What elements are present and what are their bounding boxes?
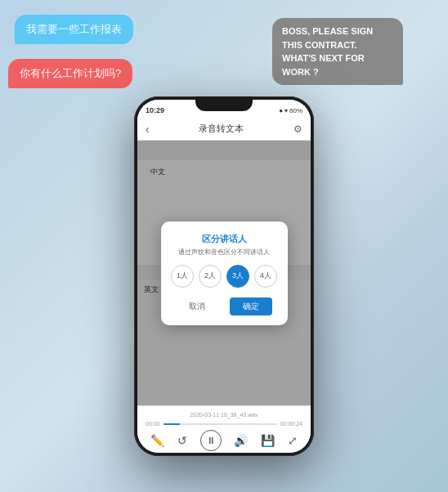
replay-icon[interactable]: ↺ <box>177 434 187 447</box>
volume-icon[interactable]: 🔊 <box>234 434 248 447</box>
phone-screen: 10:29 ● ▾ 60% ‹ 录音转文本 ⚙ 中文 英文 <box>137 100 311 453</box>
option-1person[interactable]: 1人 <box>171 265 194 288</box>
save-icon[interactable]: 💾 <box>261 434 275 447</box>
back-button[interactable]: ‹ <box>146 123 150 136</box>
progress-fill <box>164 423 181 425</box>
status-time: 10:29 <box>146 106 164 114</box>
file-info: 2020-03-11 10_38_43.wav <box>137 406 311 419</box>
nav-bar: ‹ 录音转文本 ⚙ <box>137 118 311 141</box>
playback-controls: ✏️ ↺ ⏸ 🔊 💾 ⤢ <box>137 428 311 453</box>
edit-icon[interactable]: ✏️ <box>150 434 164 447</box>
dialog-overlay: 区分讲话人 通过声纹和音色区分不同讲话人 1人 2人 3人 4人 取消 确定 <box>137 141 311 405</box>
expand-icon[interactable]: ⤢ <box>288 434 298 447</box>
dialog-title: 区分讲话人 <box>171 233 278 245</box>
status-icons: ● ▾ 60% <box>279 107 302 114</box>
cancel-button[interactable]: 取消 <box>176 297 218 315</box>
progress-bar[interactable] <box>164 423 277 425</box>
option-3person[interactable]: 3人 <box>226 265 249 288</box>
nav-title: 录音转文本 <box>199 123 244 135</box>
speaker-options: 1人 2人 3人 4人 <box>171 265 278 288</box>
bottom-controls: 2020-03-11 10_38_43.wav 00:00 00:00:24 ✏… <box>137 405 311 453</box>
content-area: 中文 英文 区分讲话人 通过声纹和音色区分不同讲话人 1人 2人 3人 4人 <box>137 141 311 405</box>
option-4person[interactable]: 4人 <box>254 265 277 288</box>
time-total: 00:00:24 <box>280 421 302 427</box>
dialog-actions: 取消 确定 <box>171 297 278 315</box>
pause-button[interactable]: ⏸ <box>200 430 222 451</box>
option-2person[interactable]: 2人 <box>199 265 222 288</box>
speaker-dialog: 区分讲话人 通过声纹和音色区分不同讲话人 1人 2人 3人 4人 取消 确定 <box>161 221 288 325</box>
speech-bubble-left-2: 你有什么工作计划吗? <box>8 59 132 88</box>
time-elapsed: 00:00 <box>146 421 160 427</box>
wifi-icon: ▾ <box>284 107 288 114</box>
confirm-button[interactable]: 确定 <box>230 297 272 315</box>
phone-notch <box>195 96 253 111</box>
progress-row: 00:00 00:00:24 <box>137 419 311 428</box>
settings-icon[interactable]: ⚙ <box>293 123 302 135</box>
speech-bubble-right: BOSS, PLEASE SIGN THIS CONTRACT. WHAT'S … <box>272 18 403 85</box>
dialog-subtitle: 通过声纹和音色区分不同讲话人 <box>171 248 278 257</box>
battery-icon: 60% <box>289 107 302 114</box>
speech-bubble-left-1: 我需要一些工作报表 <box>15 15 133 44</box>
signal-icon: ● <box>279 107 283 114</box>
phone-mockup: 10:29 ● ▾ 60% ‹ 录音转文本 ⚙ 中文 英文 <box>134 96 314 456</box>
